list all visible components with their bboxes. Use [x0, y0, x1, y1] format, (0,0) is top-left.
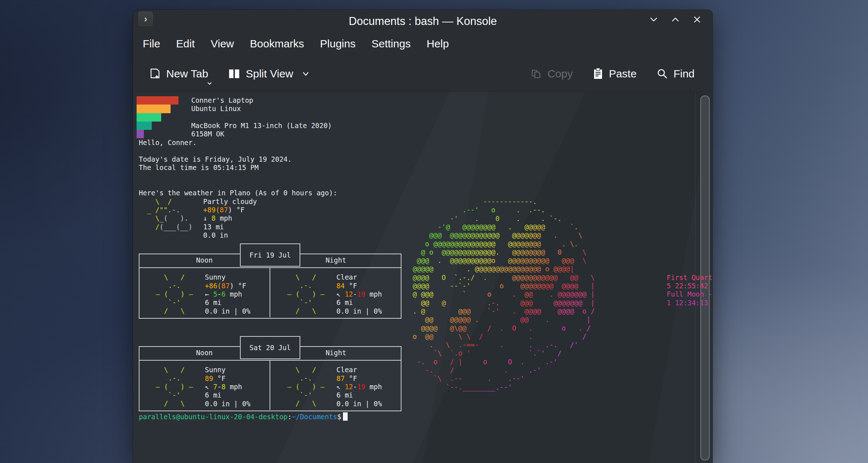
moon-art-char [450, 332, 454, 340]
terminal-text-row: The local time is 05:14:15 PM [139, 163, 259, 172]
moon-art-char [470, 315, 474, 323]
moon-art-row: o @@@@@@@@@@@@@@@ @@@@@@@@ . \. [413, 240, 578, 248]
moon-art-char [516, 324, 520, 332]
titlebar[interactable]: › Documents : bash — Konsole [133, 10, 713, 31]
moon-art-char [533, 332, 537, 340]
moon-art-char: _ [475, 383, 479, 391]
moon-art-char: ` [458, 282, 462, 290]
moon-art-char [553, 240, 557, 248]
distro-logo-bar [137, 130, 144, 138]
maximize-button[interactable] [669, 13, 682, 26]
moon-art-char: @ [470, 240, 474, 248]
moon-art-char: - [438, 223, 442, 231]
moon-art-char [479, 358, 483, 366]
moon-art-char [495, 240, 499, 248]
minimize-button[interactable] [648, 13, 660, 26]
moon-art-char [429, 374, 433, 382]
moon-art-char [475, 324, 479, 332]
moon-art-char: @ [524, 256, 528, 264]
moon-art-char [491, 366, 495, 374]
menu-edit[interactable]: Edit [168, 35, 203, 52]
moon-art-char: o [483, 358, 487, 366]
copy-button[interactable]: Copy [525, 64, 578, 84]
moon-art-char [545, 240, 549, 248]
moon-art-char: @ [545, 282, 549, 290]
moon-art-char [495, 366, 499, 374]
moon-art-char [483, 206, 487, 214]
moon-art-char [512, 214, 516, 222]
moon-art-char: @ [425, 315, 429, 323]
moon-art-char [566, 324, 570, 332]
close-button[interactable] [691, 13, 703, 26]
moon-art-char: @ [570, 299, 574, 307]
moon-art-char: @ [450, 231, 454, 239]
moon-art-char: 0 [558, 248, 562, 256]
find-button[interactable]: Find [651, 64, 700, 84]
moon-art-char [508, 341, 512, 349]
moon-art-char: @ [533, 240, 537, 248]
moon-art-char: - [487, 197, 491, 205]
moon-art-char [483, 341, 487, 349]
moon-art-char: ' [454, 214, 458, 222]
moon-art-char [417, 290, 421, 298]
moon-art-char: @ [520, 231, 524, 239]
moon-art-char [570, 248, 574, 256]
moon-art-char: . [553, 231, 557, 239]
moon-art-char [508, 307, 512, 315]
moon-art-char [446, 265, 450, 273]
moon-art-char [429, 358, 433, 366]
moon-art-char: @ [487, 265, 491, 273]
moon-art-char: @ [533, 231, 537, 239]
menu-view[interactable]: View [203, 35, 242, 52]
moon-art-char [454, 290, 458, 298]
moon-art-char [479, 290, 483, 298]
moon-art-row: @@@@ --`-' o @@@@@@@@ @@@@ | [413, 282, 595, 290]
terminal-text-segment: 0.0 in [203, 231, 228, 239]
menu-file[interactable]: File [143, 35, 168, 52]
moon-art-char [467, 366, 470, 374]
moon-art-char [537, 290, 541, 298]
moon-art-char [442, 324, 446, 332]
terminal-viewport[interactable]: Conner's LaptopUbuntu LinuxMacBook Pro M… [133, 92, 713, 463]
moon-art-char: @ [520, 299, 524, 307]
menu-plugins[interactable]: Plugins [312, 35, 364, 52]
moon-art-char: _ [479, 383, 483, 391]
moon-art-char [454, 197, 458, 205]
moon-art-char [524, 206, 528, 214]
new-tab-button[interactable]: New Tab [144, 64, 213, 84]
moon-art-char [454, 307, 458, 315]
moon-art-char: . [516, 214, 520, 222]
moon-art-char: @ [562, 282, 566, 290]
moon-art-char [512, 349, 516, 357]
moon-art-char [479, 206, 483, 214]
moon-art-char [475, 273, 479, 281]
split-view-button[interactable]: Split View [223, 64, 315, 84]
moon-art-char: @ [413, 290, 417, 298]
moon-art-char: @ [462, 240, 466, 248]
menu-help[interactable]: Help [418, 35, 457, 52]
moon-art-char: @ [454, 240, 458, 248]
moon-art-char [520, 206, 524, 214]
moon-art-char [470, 358, 474, 366]
moon-art-char: @ [421, 248, 425, 256]
moon-art-char [504, 290, 508, 298]
menu-bookmarks[interactable]: Bookmarks [242, 35, 312, 52]
moon-art-char: @ [425, 290, 429, 298]
terminal-text-segment: 84 [336, 282, 345, 290]
moon-art-char [549, 240, 553, 248]
moon-art-char: @ [450, 256, 454, 264]
moon-art-char: - [467, 206, 470, 214]
moon-art-char: @ [553, 265, 557, 273]
moon-art-char [500, 315, 504, 323]
terminal-text-row: /(___(__) [143, 223, 192, 231]
moon-art-char: @ [429, 324, 433, 332]
moon-art-char [475, 290, 479, 298]
moon-art-char [524, 324, 528, 332]
moon-art-char [491, 341, 495, 349]
paste-button[interactable]: Paste [587, 64, 642, 84]
moon-art-char [429, 299, 433, 307]
menu-settings[interactable]: Settings [364, 35, 418, 52]
moon-art-char [508, 324, 512, 332]
moon-art-char [413, 248, 417, 256]
moon-art-char [512, 282, 516, 290]
